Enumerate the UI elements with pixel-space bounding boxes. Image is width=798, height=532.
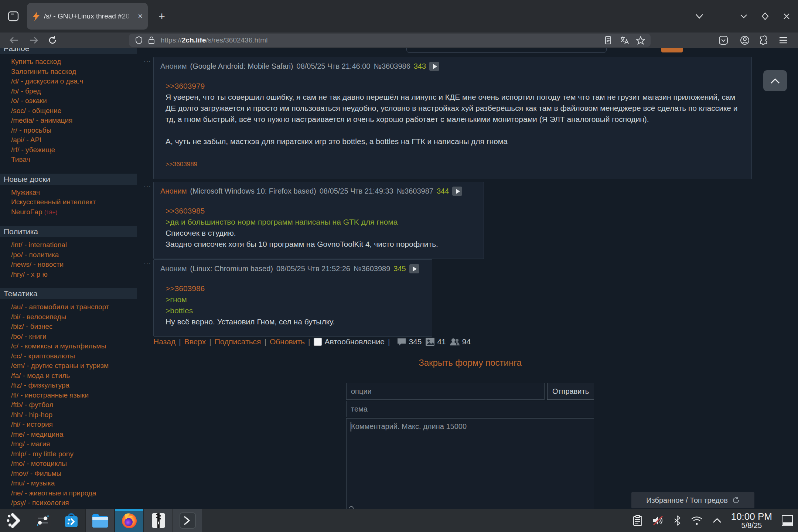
board-link[interactable]: /d/ - дискуссии о два.ч — [11, 76, 137, 86]
discover-icon[interactable] — [57, 509, 85, 532]
board-link[interactable]: /mg/ - магия — [11, 439, 137, 449]
board-link[interactable]: /me/ - медицина — [11, 430, 137, 440]
board-link[interactable]: /hry/ - х р ю — [11, 270, 137, 280]
board-link[interactable]: /fa/ - мода и стиль — [11, 371, 137, 381]
board-link[interactable]: /hi/ - история — [11, 420, 137, 430]
post-number[interactable]: №3603989 — [354, 265, 390, 273]
browser-tab[interactable]: /s/ - GNU+Linux thread #20 × — [27, 3, 148, 30]
board-link[interactable]: /em/ - другие страны и туризм — [11, 361, 137, 371]
board-link[interactable]: Купить пасскод — [11, 57, 137, 67]
post-number[interactable]: №3603987 — [397, 187, 433, 195]
board-link[interactable]: /cc/ - криптовалюты — [11, 351, 137, 361]
tray-expand-icon[interactable] — [713, 518, 722, 523]
reload-icon[interactable] — [45, 34, 60, 47]
board-link[interactable]: /ne/ - животные и природа — [11, 488, 137, 498]
board-link[interactable]: /mov/ - Фильмы — [11, 469, 137, 479]
close-posting-form-link[interactable]: Закрыть форму постинга — [346, 358, 594, 368]
post-ordinal[interactable]: 344 — [437, 187, 449, 195]
textarea-grip-icon[interactable] — [348, 505, 354, 509]
post-menu-dots-icon[interactable]: ··· — [144, 183, 151, 190]
system-settings-icon[interactable] — [28, 509, 57, 532]
task-konsole[interactable] — [173, 509, 202, 532]
taskbar-clock[interactable]: 10:00 PM 5/8/25 — [731, 512, 772, 529]
post-number[interactable]: №3603986 — [374, 62, 410, 71]
forward-icon[interactable] — [27, 34, 41, 47]
thread-nav-link[interactable]: Вверх — [184, 337, 206, 346]
poster-name[interactable]: Аноним — [160, 62, 187, 71]
show-desktop-button[interactable] — [782, 515, 793, 526]
list-tabs-icon[interactable] — [692, 9, 707, 24]
board-link[interactable]: /mu/ - музыка — [11, 478, 137, 488]
downloads-icon[interactable] — [716, 34, 731, 47]
volume-muted-icon[interactable] — [652, 515, 664, 526]
board-link[interactable]: Мужикач — [11, 188, 137, 198]
extensions-icon[interactable] — [757, 34, 771, 47]
post-ordinal[interactable]: 343 — [414, 62, 426, 71]
menu-icon[interactable] — [776, 34, 791, 47]
board-link[interactable]: Залогинить пасскод — [11, 67, 137, 77]
board-link[interactable]: /api/ - API — [11, 135, 137, 145]
refresh-icon[interactable] — [732, 497, 740, 504]
post-menu-dots-icon[interactable]: ··· — [144, 260, 151, 267]
board-link[interactable]: /soc/ - общение — [11, 106, 137, 116]
reply-link[interactable]: >>3603985 — [166, 207, 205, 215]
board-link[interactable]: /c/ - комиксы и мультфильмы — [11, 341, 137, 351]
favorites-top-threads-button[interactable]: Избранное / Топ тредов — [631, 492, 754, 508]
task-firefox[interactable] — [115, 509, 144, 532]
board-link[interactable]: /fl/ - иностранные языки — [11, 391, 137, 400]
subject-input[interactable] — [346, 401, 594, 417]
board-link[interactable]: /au/ - автомобили и транспорт — [11, 302, 137, 312]
thread-nav-link[interactable]: Обновить — [270, 337, 305, 346]
tab-close-icon[interactable]: × — [138, 12, 143, 20]
thread-nav-link[interactable]: Подписаться — [215, 337, 261, 346]
new-tab-button[interactable]: + — [154, 8, 169, 24]
board-link[interactable]: /psy/ - психология — [11, 498, 137, 508]
account-icon[interactable] — [737, 34, 752, 47]
post-ordinal[interactable]: 345 — [393, 265, 406, 273]
post-menu-dots-icon[interactable]: ··· — [144, 58, 151, 65]
board-link[interactable]: /o/ - оэкаки — [11, 96, 137, 106]
comment-textarea[interactable] — [346, 418, 594, 509]
clipboard-icon[interactable] — [633, 515, 642, 526]
board-link[interactable]: /mo/ - мотоциклы — [11, 459, 137, 469]
app-launcher-icon[interactable] — [0, 509, 28, 532]
board-link[interactable]: Тивач — [11, 155, 137, 165]
firefox-view-icon[interactable] — [6, 10, 21, 23]
board-link[interactable]: /rf/ - убежище — [11, 145, 137, 155]
board-link[interactable]: /int/ - international — [11, 240, 137, 250]
board-link[interactable]: /fiz/ - физкультура — [11, 381, 137, 391]
board-link[interactable]: /po/ - политика — [11, 250, 137, 260]
submit-button[interactable]: Отправить — [547, 383, 594, 400]
board-link[interactable]: Искусственный интеллект — [11, 197, 137, 207]
board-link[interactable]: /biz/ - бизнес — [11, 322, 137, 332]
poster-name[interactable]: Аноним — [160, 265, 187, 273]
bluetooth-icon[interactable] — [673, 515, 681, 526]
options-input[interactable] — [346, 383, 545, 400]
bookmark-star-icon[interactable] — [634, 35, 647, 46]
reader-view-icon[interactable] — [602, 35, 614, 46]
board-link[interactable]: /mlp/ - my little pony — [11, 449, 137, 459]
task-dolphin[interactable] — [85, 509, 115, 532]
poster-name[interactable]: Аноним — [160, 187, 187, 195]
lock-icon[interactable] — [145, 35, 158, 46]
reply-link[interactable]: >>3603989 — [166, 161, 197, 168]
autoupdate-checkbox[interactable] — [314, 338, 322, 346]
close-icon[interactable] — [779, 9, 794, 24]
board-link[interactable]: /ftb/ - футбол — [11, 400, 137, 410]
board-link[interactable]: /media/ - анимация — [11, 116, 137, 126]
board-link[interactable]: /bi/ - велосипеды — [11, 312, 137, 322]
reply-link[interactable]: >>3603979 — [166, 82, 205, 90]
wifi-icon[interactable] — [690, 515, 703, 526]
task-ark[interactable] — [144, 509, 173, 532]
board-link[interactable]: /bo/ - книги — [11, 332, 137, 342]
board-link[interactable]: /r/ - просьбы — [11, 126, 137, 136]
reply-link[interactable]: >>3603986 — [166, 284, 205, 293]
scroll-to-top-button[interactable] — [763, 70, 787, 91]
board-link[interactable]: /news/ - новости — [11, 260, 137, 270]
board-link[interactable]: /hh/ - hip-hop — [11, 410, 137, 420]
maximize-icon[interactable] — [757, 9, 773, 24]
back-icon[interactable] — [6, 34, 21, 47]
translate-icon[interactable] — [618, 35, 631, 46]
board-link[interactable]: /b/ - бред — [11, 86, 137, 96]
thread-nav-link[interactable]: Назад — [153, 337, 175, 346]
